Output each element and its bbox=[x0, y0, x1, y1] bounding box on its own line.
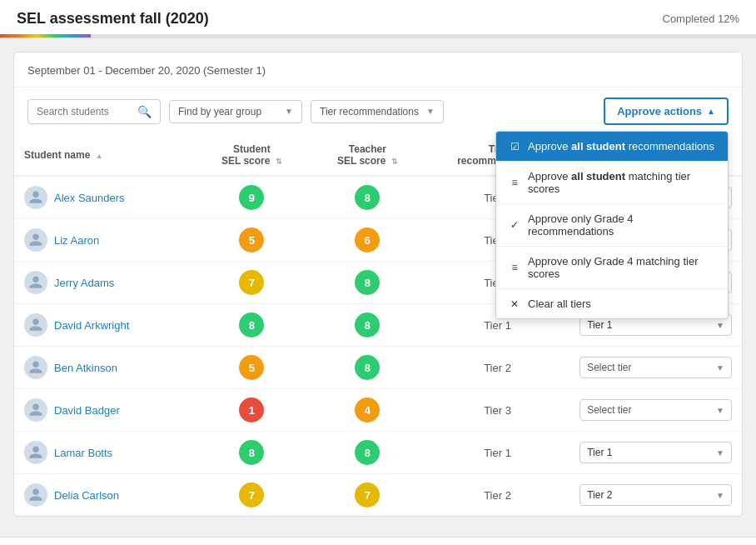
avatar bbox=[24, 186, 47, 209]
approve-actions-label: Approve actions bbox=[617, 105, 702, 118]
date-range: September 01 - December 20, 2020 (Semest… bbox=[27, 64, 729, 77]
tier-select-dropdown[interactable]: Tier 1 ▼ bbox=[579, 442, 732, 463]
sort-icon: ▲ bbox=[96, 152, 103, 160]
teacher-sel-score: 4 bbox=[310, 389, 425, 432]
search-box[interactable]: 🔍 bbox=[27, 99, 161, 124]
tier-select-dropdown[interactable]: Tier 2 ▼ bbox=[579, 484, 732, 506]
clear-tiers-item[interactable]: ✕ Clear all tiers bbox=[496, 289, 728, 318]
table-row: Ben Atkinson 58Tier 2 Select tier ▼ bbox=[14, 347, 742, 389]
student-sel-score: 7 bbox=[194, 474, 310, 517]
toolbar: 🔍 Find by year group ▼ Tier recommendati… bbox=[14, 88, 742, 135]
top-bar: SEL assessment fall (2020) Completed 12% bbox=[0, 0, 756, 38]
student-name-link[interactable]: Ben Atkinson bbox=[54, 362, 117, 374]
page-title: SEL assessment fall (2020) bbox=[17, 10, 209, 28]
teacher-sel-score: 8 bbox=[310, 432, 425, 474]
approve-all-scores-item[interactable]: ≡ Approve all student matching tier scor… bbox=[496, 162, 728, 203]
table-row: Delia Carlson 77Tier 2 Tier 2 ▼ bbox=[14, 474, 742, 517]
score-circle: 7 bbox=[355, 482, 380, 508]
main-content: September 01 - December 20, 2020 (Semest… bbox=[0, 38, 756, 530]
tier-select-dropdown[interactable]: Select tier ▼ bbox=[579, 357, 732, 378]
score-circle: 5 bbox=[239, 228, 264, 252]
check-icon: ✓ bbox=[508, 219, 521, 231]
score-circle: 5 bbox=[239, 355, 264, 380]
tier-rec-label: Tier recommendations bbox=[320, 106, 419, 118]
student-name-cell: Delia Carlson bbox=[14, 474, 194, 517]
student-sel-score: 5 bbox=[194, 219, 310, 262]
student-sel-score: 8 bbox=[194, 304, 310, 347]
tier-select-label: Tier 1 bbox=[587, 447, 612, 458]
teacher-sel-score: 8 bbox=[310, 176, 425, 219]
score-circle: 9 bbox=[239, 185, 264, 210]
student-name-link[interactable]: David Arkwright bbox=[54, 319, 129, 332]
chevron-down-icon: ▼ bbox=[716, 406, 724, 415]
chevron-down-icon: ▼ bbox=[716, 321, 724, 330]
chevron-down-icon: ▼ bbox=[716, 363, 724, 372]
search-icon: 🔍 bbox=[137, 105, 152, 118]
tier-recommendation: Tier 3 bbox=[425, 389, 569, 432]
tier-select-dropdown[interactable]: Select tier ▼ bbox=[579, 399, 732, 421]
student-name-cell: Liz Aaron bbox=[14, 219, 194, 262]
approve-grade4-rec-item[interactable]: ✓ Approve only Grade 4 recommendations bbox=[496, 204, 728, 246]
tier-recommendation: Tier 2 bbox=[425, 474, 569, 517]
score-circle: 7 bbox=[239, 482, 264, 508]
student-name-link[interactable]: David Badger bbox=[54, 404, 120, 417]
col-teacher-sel: TeacherSEL score ⇅ bbox=[310, 135, 425, 176]
progress-text: Completed 12% bbox=[663, 12, 740, 25]
tier-rec-label: Tier 3 bbox=[484, 404, 511, 417]
student-name-link[interactable]: Delia Carlson bbox=[54, 489, 119, 502]
sort-icon: ⇅ bbox=[391, 158, 398, 166]
approve-all-rec-item[interactable]: ☑ Approve all student recommendations bbox=[496, 132, 728, 161]
score-circle: 8 bbox=[355, 355, 380, 380]
year-group-dropdown[interactable]: Find by year group ▼ bbox=[169, 100, 302, 123]
approve-actions-button[interactable]: Approve actions ▲ bbox=[604, 98, 729, 125]
score-circle: 8 bbox=[239, 440, 264, 465]
tier-recommendation: Tier 2 bbox=[425, 347, 569, 389]
sort-icon: ⇅ bbox=[276, 158, 282, 166]
tier-rec-dropdown[interactable]: Tier recommendations ▼ bbox=[311, 100, 444, 123]
table-row: Lamar Botts 88Tier 1 Tier 1 ▼ bbox=[14, 432, 742, 474]
year-group-label: Find by year group bbox=[178, 106, 261, 118]
chevron-down-icon: ▼ bbox=[716, 448, 724, 458]
student-name-link[interactable]: Jerry Adams bbox=[54, 277, 114, 289]
tier-select-cell: Tier 2 ▼ bbox=[569, 474, 742, 517]
search-input[interactable] bbox=[37, 106, 132, 118]
lines-icon: ≡ bbox=[508, 262, 521, 273]
teacher-sel-score: 8 bbox=[310, 262, 425, 304]
score-circle: 8 bbox=[355, 312, 380, 338]
score-circle: 8 bbox=[239, 312, 264, 338]
student-sel-score: 8 bbox=[194, 432, 310, 474]
approve-grade4-scores-item[interactable]: ≡ Approve only Grade 4 matching tier sco… bbox=[496, 247, 728, 288]
student-name-cell: Alex Saunders bbox=[14, 176, 194, 219]
footer: Close Save and continue → bbox=[0, 537, 756, 545]
score-circle: 1 bbox=[239, 398, 264, 422]
student-name-link[interactable]: Lamar Botts bbox=[54, 447, 112, 459]
tier-rec-label: Tier 2 bbox=[484, 489, 511, 502]
student-name-link[interactable]: Liz Aaron bbox=[54, 234, 99, 247]
tier-select-cell: Select tier ▼ bbox=[569, 347, 742, 389]
chevron-down-icon: ▼ bbox=[285, 107, 293, 116]
avatar bbox=[24, 313, 47, 337]
student-name-cell: Ben Atkinson bbox=[14, 347, 194, 389]
progress-bar-container bbox=[0, 34, 756, 38]
tier-select-label: Tier 1 bbox=[587, 319, 612, 331]
teacher-sel-score: 6 bbox=[310, 219, 425, 262]
tier-rec-label: Tier 1 bbox=[484, 447, 511, 459]
col-student-name: Student name ▲ bbox=[14, 135, 194, 176]
avatar bbox=[24, 228, 47, 252]
teacher-sel-score: 7 bbox=[310, 474, 425, 517]
tier-rec-label: Tier 1 bbox=[484, 319, 511, 332]
student-name-cell: Lamar Botts bbox=[14, 432, 194, 474]
checkbox-icon: ☑ bbox=[508, 141, 521, 152]
avatar bbox=[24, 483, 47, 507]
teacher-sel-score: 8 bbox=[310, 304, 425, 347]
student-name-link[interactable]: Alex Saunders bbox=[54, 192, 125, 204]
teacher-sel-score: 8 bbox=[310, 347, 425, 389]
chevron-down-icon: ▼ bbox=[426, 107, 435, 116]
approve-dropdown-menu: ☑ Approve all student recommendations ≡ … bbox=[495, 131, 729, 319]
student-sel-score: 7 bbox=[194, 262, 310, 304]
tier-select-cell: Tier 1 ▼ bbox=[569, 432, 742, 474]
avatar bbox=[24, 356, 47, 379]
student-sel-score: 5 bbox=[194, 347, 310, 389]
tier-recommendation: Tier 1 bbox=[425, 432, 569, 474]
student-name-cell: Jerry Adams bbox=[14, 262, 194, 304]
